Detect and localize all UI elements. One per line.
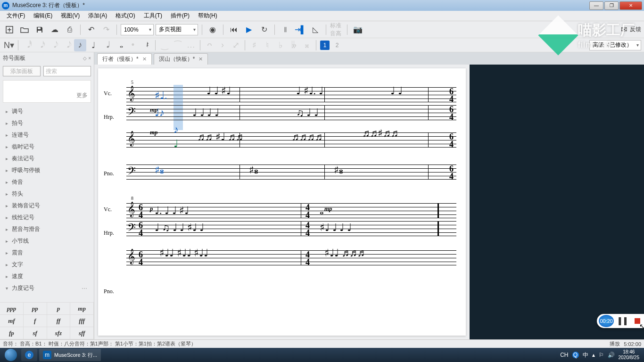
ime-label[interactable]: CH	[560, 352, 568, 358]
note-8b-button[interactable]: 𝅘𝅥𝅮	[61, 39, 73, 51]
tab-score-1[interactable]: 行者（慢板）*✕	[97, 53, 152, 65]
pan-button[interactable]: ⇥▌	[294, 23, 307, 36]
menu-tools[interactable]: 工具(T)	[140, 11, 166, 21]
taskbar-ie[interactable]: e	[21, 349, 37, 361]
view-select[interactable]: 多页视图	[156, 24, 198, 35]
undo-button[interactable]: ↶	[84, 23, 98, 36]
menu-view[interactable]: 视图(V)	[57, 11, 83, 21]
feedback-button[interactable]: ✉ 反馈	[621, 25, 641, 34]
palette-item-lines[interactable]: 线性记号	[0, 212, 94, 223]
maximize-button[interactable]: ❐	[604, 1, 619, 10]
close-button[interactable]: ✕	[619, 1, 642, 10]
tie-button[interactable]: ‿	[158, 39, 171, 51]
concert-pitch-button[interactable]: 标准音高	[330, 23, 343, 36]
menu-help[interactable]: 帮助(H)	[194, 11, 221, 21]
dynamic-p[interactable]: p	[47, 303, 71, 315]
note-input-button[interactable]: N▾	[3, 39, 15, 51]
palette-item-dynamics[interactable]: 力度记号⋯	[0, 282, 94, 294]
pause-icon[interactable]: ▌▌	[619, 317, 630, 325]
voice-1-button[interactable]: 1	[320, 41, 330, 50]
dynamic-sfz[interactable]: sfz	[47, 327, 71, 339]
menu-plugins[interactable]: 插件(P)	[167, 11, 193, 21]
rewind-button[interactable]: ⏮	[227, 23, 240, 36]
screen-recorder-widget[interactable]: 00:20 ▌▌ ↖	[597, 314, 644, 328]
more-icon[interactable]: ⋯	[82, 285, 88, 292]
play-button[interactable]: ▶	[242, 23, 256, 36]
palette-item-key-signatures[interactable]: 调号	[0, 106, 94, 117]
note-dot-button[interactable]: •	[127, 39, 139, 51]
palette-item-articulations[interactable]: 奏法记号	[0, 153, 94, 165]
palette-item-arpeggios[interactable]: 琶音与滑音	[0, 223, 94, 235]
add-palette-button[interactable]: 添加面板	[3, 66, 41, 76]
close-icon[interactable]: ✕	[142, 56, 147, 62]
dynamic-pp[interactable]: pp	[24, 303, 47, 315]
note-64-button[interactable]: 𝅘𝅥𝅰	[21, 39, 33, 51]
note-32-button[interactable]: 𝅘𝅥𝅯	[34, 39, 47, 51]
close-icon[interactable]: ✕	[198, 56, 203, 62]
dynamic-fp[interactable]: fp	[0, 327, 24, 339]
palette-item-noteheads[interactable]: 符头	[0, 188, 94, 200]
zoom-select[interactable]: 100%	[121, 24, 154, 35]
voice-2-button[interactable]: 2	[332, 41, 342, 50]
ime-zh-label[interactable]: 中	[583, 351, 588, 359]
midi-button[interactable]: ◉	[206, 23, 219, 36]
note-8-button[interactable]: ♪	[74, 39, 86, 51]
doubleflat-button[interactable]: 𝄫	[288, 39, 300, 51]
dynamic-mp[interactable]: mp	[70, 303, 94, 315]
palette-item-ornaments[interactable]: 装饰音记号	[0, 200, 94, 212]
print-button[interactable]: ⎙	[63, 23, 76, 36]
natural-button[interactable]: ♮	[261, 39, 273, 51]
dynamic-mf[interactable]: mf	[0, 315, 24, 327]
dots-button[interactable]: …	[185, 39, 197, 51]
palette-search-input[interactable]: 搜索	[43, 66, 91, 76]
palette-item-text[interactable]: 文字	[0, 259, 94, 271]
dynamic-fff[interactable]: fff	[70, 315, 94, 327]
note-2-button[interactable]: 𝅗𝅥	[100, 39, 113, 51]
menu-format[interactable]: 格式(O)	[112, 11, 139, 21]
volume-icon[interactable]: 🔊	[608, 352, 615, 358]
menu-file[interactable]: 文件(F)	[3, 11, 29, 21]
sharp-button[interactable]: ♯	[248, 39, 260, 51]
tray-q-icon[interactable]: Q	[572, 352, 579, 358]
palette-item-time-signatures[interactable]: 拍号	[0, 117, 94, 129]
palette-undock-icon[interactable]: ◇ ×	[83, 56, 91, 61]
flat-button[interactable]: ♭	[274, 39, 287, 51]
score-page[interactable]: 5 Vc. 𝄞 ♯♩. ♩ ♩ ♯♩ ♩ ♯♩. ♩ ♩ ♩ 6 4	[98, 68, 466, 336]
redo-button[interactable]: ↷	[99, 23, 113, 36]
repeat-button[interactable]: ⦀	[279, 23, 292, 36]
palette-item-breaths[interactable]: 呼吸与停顿	[0, 165, 94, 176]
dynamic-sff[interactable]: sff	[70, 327, 94, 339]
taskbar-musescore[interactable]: m MuseScore 3: 行...	[39, 349, 101, 361]
new-button[interactable]	[3, 23, 16, 36]
palette-item-tempo[interactable]: 速度	[0, 271, 94, 282]
note-16-button[interactable]: 𝅘𝅥𝅮	[48, 39, 60, 51]
dynamic-ff[interactable]: ff	[47, 315, 71, 327]
workspace-select[interactable]: 高级（已修改）	[589, 40, 641, 50]
note-1-button[interactable]: 𝅝	[114, 39, 126, 51]
save-button[interactable]	[33, 23, 46, 36]
palette-item-tremolo[interactable]: 震音	[0, 247, 94, 259]
note-4-button[interactable]: ♩	[87, 39, 99, 51]
accent-button[interactable]: ›	[216, 39, 229, 51]
palette-item-grace-notes[interactable]: 倚音	[0, 176, 94, 188]
action-center-icon[interactable]: ⚐	[599, 352, 604, 358]
palette-item-barlines[interactable]: 小节线	[0, 235, 94, 247]
tray-overflow-icon[interactable]: ▴	[592, 352, 595, 358]
rest-button[interactable]: 𝄽	[140, 39, 152, 51]
start-button[interactable]	[2, 348, 20, 362]
doublesharp-button[interactable]: 𝄪	[301, 39, 313, 51]
dynamic-sf[interactable]: sf	[24, 327, 47, 339]
palette-more-button[interactable]: 更多	[3, 80, 91, 103]
camera-button[interactable]: 📷	[351, 23, 364, 36]
dynamic-ppp[interactable]: ppp	[0, 303, 24, 315]
metronome-button[interactable]: ◺	[309, 23, 322, 36]
slur-button[interactable]: ⁀	[172, 39, 184, 51]
minimize-button[interactable]: —	[589, 1, 603, 10]
menu-add[interactable]: 添加(A)	[84, 11, 111, 21]
palette-item-accidentals[interactable]: 临时记号	[0, 141, 94, 153]
marcato-button[interactable]: ᴖ	[203, 39, 215, 51]
flip-button[interactable]: ⤢	[230, 39, 242, 51]
menu-edit[interactable]: 编辑(E)	[30, 11, 56, 21]
cloud-button[interactable]: ☁	[48, 23, 61, 36]
palette-item-brackets[interactable]: 连谱号	[0, 129, 94, 141]
